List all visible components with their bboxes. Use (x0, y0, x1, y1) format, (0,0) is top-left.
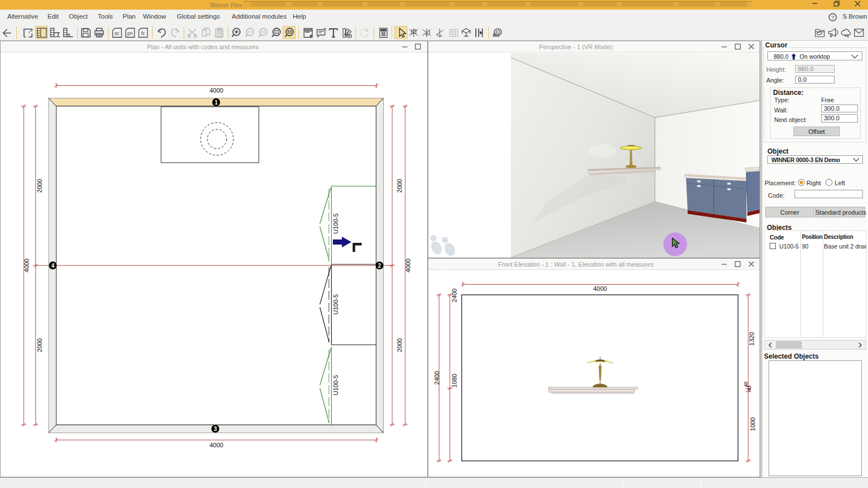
svg-text:2000: 2000 (396, 338, 403, 352)
svg-text:1080: 1080 (451, 374, 458, 387)
svg-text:sc: sc (115, 30, 120, 36)
svg-text:2400: 2400 (433, 371, 440, 385)
svg-text:4000: 4000 (23, 259, 30, 272)
svg-text:?: ? (831, 14, 834, 20)
svg-text:2: 2 (378, 263, 381, 269)
svg-text:4000: 4000 (593, 285, 607, 292)
svg-text:2000: 2000 (396, 179, 403, 193)
svg-text:4: 4 (51, 263, 55, 269)
svg-text:2000: 2000 (36, 338, 43, 352)
svg-text:fc: fc (141, 30, 145, 36)
svg-text:2400: 2400 (451, 289, 458, 302)
svg-text:1: 1 (215, 99, 218, 106)
svg-text:pn: pn (127, 30, 133, 36)
svg-text:1000: 1000 (749, 417, 756, 431)
svg-text:U100-5: U100-5 (332, 294, 339, 315)
svg-text:U100-5: U100-5 (332, 375, 339, 395)
svg-text:1320: 1320 (748, 332, 755, 346)
svg-text:4000: 4000 (210, 87, 223, 94)
svg-text:3: 3 (214, 426, 217, 432)
svg-text:4000: 4000 (210, 442, 223, 448)
svg-text:U100-5: U100-5 (332, 213, 339, 234)
svg-text:4000: 4000 (405, 259, 411, 272)
svg-text:2000: 2000 (36, 179, 43, 193)
svg-text:40: 40 (747, 386, 752, 392)
